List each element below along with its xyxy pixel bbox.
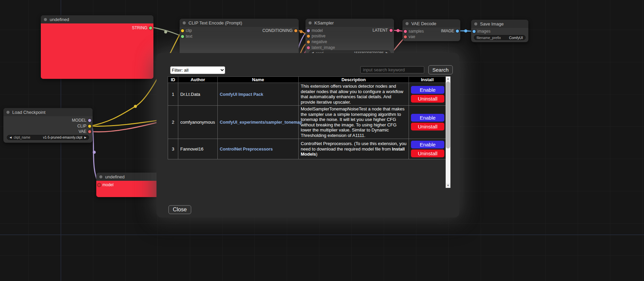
- input-slot-images[interactable]: images: [473, 29, 491, 34]
- node-ksampler[interactable]: KSampler model positive negative latent_…: [306, 19, 394, 56]
- description-text: ): [316, 152, 317, 157]
- close-button[interactable]: Close: [168, 205, 191, 214]
- input-pin-samples[interactable]: [404, 30, 407, 33]
- comfyui-canvas[interactable]: undefined STRING CLIP Text Encode (Promp…: [0, 0, 644, 281]
- widget-value[interactable]: ComfyUI: [509, 36, 523, 40]
- scrollbar-thumb[interactable]: [446, 82, 450, 148]
- output-pin-vae[interactable]: [88, 130, 91, 133]
- header-author: Author: [178, 77, 218, 83]
- node-title-bar[interactable]: Load Checkpoint: [3, 108, 93, 116]
- node-save-image[interactable]: Save Image images filename_prefix ComfyU…: [471, 20, 528, 42]
- table-row: 3 Fannovel16 ControlNet Preprocessors Co…: [168, 139, 446, 159]
- input-slot-clip[interactable]: clip: [181, 28, 192, 33]
- extension-link[interactable]: ComfyUI_experiments/sampler_tonemap: [220, 120, 302, 125]
- filename-prefix-widget[interactable]: filename_prefix ComfyUI: [474, 35, 526, 40]
- output-slot-clip[interactable]: CLIP: [77, 124, 91, 128]
- node-title-bar[interactable]: undefined: [96, 173, 160, 181]
- wire-dot: [134, 105, 137, 108]
- header-install: Install: [409, 77, 446, 83]
- header-description: Description: [299, 77, 409, 83]
- output-slot-latent[interactable]: LATENT: [373, 28, 393, 33]
- input-slot-negative[interactable]: negative: [307, 39, 327, 44]
- extensions-table: ID Author Name Description Install 1 Dr.…: [168, 76, 446, 159]
- input-slot-model[interactable]: model: [307, 28, 323, 33]
- node-title: CLIP Text Encode (Prompt): [188, 20, 242, 25]
- node-status-dot-icon: [474, 22, 477, 25]
- extension-link[interactable]: ComfyUI Impact Pack: [220, 92, 263, 97]
- slot-label: VAE: [79, 129, 86, 134]
- search-button[interactable]: Search: [428, 65, 453, 74]
- input-pin-text[interactable]: [181, 35, 184, 38]
- node-title-bar[interactable]: Save Image: [471, 20, 528, 28]
- input-pin-model[interactable]: [98, 183, 101, 187]
- node-load-checkpoint[interactable]: Load Checkpoint MODEL CLIP VAE ◀ ckpt_na…: [3, 108, 93, 143]
- input-pin-images[interactable]: [473, 30, 476, 33]
- input-slot-model[interactable]: model: [98, 182, 114, 187]
- node-title-bar[interactable]: CLIP Text Encode (Prompt): [180, 19, 299, 27]
- widget-value[interactable]: v1-5-pruned-emaonly.ckpt: [43, 136, 82, 139]
- output-pin-model[interactable]: [88, 119, 91, 122]
- extension-link[interactable]: ControlNet Preprocessors: [220, 147, 273, 152]
- output-pin-clip[interactable]: [88, 125, 91, 128]
- input-pin-latent-image[interactable]: [307, 46, 310, 49]
- enable-button[interactable]: Enable: [411, 141, 444, 148]
- table-row: 1 Dr.Lt.Data ComfyUI Impact Pack This ex…: [168, 83, 446, 106]
- output-slot-model[interactable]: MODEL: [72, 118, 91, 123]
- wire-dot: [93, 151, 96, 154]
- slot-label: IMAGE: [441, 29, 454, 33]
- node-vae-decode[interactable]: VAE Decode samples vae IMAGE: [402, 19, 460, 41]
- table-row: 2 comfyanonymous ComfyUI_experiments/sam…: [168, 106, 446, 139]
- node-clip-text-encode[interactable]: CLIP Text Encode (Prompt) clip text COND…: [180, 19, 299, 56]
- uninstall-button[interactable]: Uninstall: [411, 150, 444, 157]
- node-undefined-bottom[interactable]: undefined model: [96, 173, 160, 197]
- slot-label: negative: [312, 39, 327, 44]
- node-title: VAE Decode: [411, 21, 436, 26]
- output-slot-string[interactable]: STRING: [132, 25, 152, 30]
- slot-label: model: [102, 182, 114, 187]
- input-slot-vae[interactable]: vae: [404, 34, 415, 39]
- search-input[interactable]: [360, 66, 424, 73]
- row-description: This extension offers various detector n…: [299, 83, 409, 106]
- input-pin-clip[interactable]: [181, 29, 184, 32]
- input-pin-vae[interactable]: [404, 35, 407, 38]
- input-slot-latent-image[interactable]: latent_image: [307, 45, 335, 50]
- filter-select[interactable]: Filter: all: [170, 66, 225, 74]
- uninstall-button[interactable]: Uninstall: [411, 123, 444, 130]
- input-slot-text[interactable]: text: [181, 34, 192, 39]
- output-pin-image[interactable]: [456, 30, 459, 33]
- input-slot-samples[interactable]: samples: [404, 29, 424, 34]
- output-pin-string[interactable]: [149, 27, 152, 30]
- node-status-dot-icon: [183, 21, 186, 24]
- node-title-bar[interactable]: undefined: [41, 15, 153, 23]
- node-undefined-top[interactable]: undefined STRING: [41, 15, 153, 79]
- row-id: 2: [168, 106, 178, 139]
- slot-label: STRING: [132, 25, 147, 30]
- ckpt-name-widget[interactable]: ◀ ckpt_name v1-5-pruned-emaonly.ckpt ▶: [7, 135, 89, 140]
- custom-nodes-manager-dialog: Filter: all Search ID Author Name Descri…: [156, 53, 459, 217]
- scrollbar-up-icon[interactable]: ▲: [446, 76, 450, 81]
- table-scrollbar[interactable]: ▲ ▼: [446, 76, 450, 188]
- table-header-row: ID Author Name Description Install: [168, 77, 446, 83]
- slot-label: model: [312, 28, 323, 33]
- header-name: Name: [218, 77, 299, 83]
- output-pin-latent[interactable]: [390, 29, 393, 32]
- output-slot-conditioning[interactable]: CONDITIONING: [262, 28, 297, 33]
- row-description: ModelSamplerTonemapNoiseTest a node that…: [299, 106, 409, 139]
- enable-button[interactable]: Enable: [411, 86, 444, 94]
- node-title-bar[interactable]: KSampler: [306, 19, 394, 27]
- input-pin-model[interactable]: [307, 29, 310, 32]
- scrollbar-down-icon[interactable]: ▼: [446, 183, 450, 188]
- decrement-arrow-icon[interactable]: ◀: [10, 136, 12, 139]
- increment-arrow-icon[interactable]: ▶: [84, 136, 86, 139]
- enable-button[interactable]: Enable: [411, 114, 444, 122]
- slot-label: LATENT: [373, 28, 388, 33]
- input-pin-positive[interactable]: [307, 35, 310, 38]
- input-pin-negative[interactable]: [307, 40, 310, 43]
- uninstall-button[interactable]: Uninstall: [411, 95, 444, 103]
- node-title: Save Image: [480, 21, 503, 27]
- output-pin-conditioning[interactable]: [294, 29, 297, 32]
- output-slot-vae[interactable]: VAE: [79, 129, 91, 134]
- output-slot-image[interactable]: IMAGE: [441, 29, 459, 33]
- node-title-bar[interactable]: VAE Decode: [402, 19, 460, 28]
- input-slot-positive[interactable]: positive: [307, 34, 326, 38]
